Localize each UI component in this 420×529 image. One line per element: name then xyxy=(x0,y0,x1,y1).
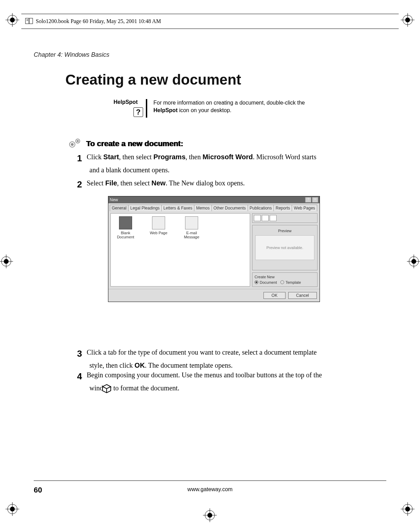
helpspot-description: For more information on creating a docum… xyxy=(153,99,312,114)
book-icon xyxy=(25,17,34,26)
svg-point-35 xyxy=(77,140,78,142)
end-of-procedure-icon xyxy=(102,384,111,395)
dialog-titlebar: New ? × xyxy=(108,196,320,203)
step-number: 1 xyxy=(77,152,87,165)
bold-term: OK xyxy=(134,361,145,369)
text: . The New dialog box opens. xyxy=(165,179,245,187)
chapter-label: Chapter 4: Windows Basics xyxy=(34,51,109,58)
text: , then select xyxy=(117,179,151,187)
step-1: 1Click Start, then select Programs, then… xyxy=(89,152,323,175)
text: Select xyxy=(87,179,105,187)
bold-term: Start xyxy=(103,153,119,161)
template-item[interactable]: Web Page xyxy=(148,216,169,283)
tab-reports[interactable]: Reports xyxy=(273,205,292,211)
bold-term: Microsoft Word xyxy=(203,153,253,161)
gears-icon xyxy=(67,136,82,151)
template-icon xyxy=(185,216,198,229)
step-text: Click a tab for the type of document you… xyxy=(87,348,317,369)
text: , then xyxy=(185,153,202,161)
template-label: Blank Document xyxy=(115,231,136,239)
template-item[interactable]: E-mail Message xyxy=(181,216,202,283)
template-icon xyxy=(119,216,132,229)
preview-label: Preview xyxy=(278,229,291,233)
tab-legal-pleadings[interactable]: Legal Pleadings xyxy=(128,205,162,211)
details-icon[interactable] xyxy=(270,215,277,221)
page-heading: Creating a new document xyxy=(65,72,241,88)
helpspot-block: HelpSpot ? For more information on creat… xyxy=(114,99,312,118)
list-icon[interactable] xyxy=(262,215,269,221)
bold-term: New xyxy=(151,179,165,187)
footer-url: www.gateway.com xyxy=(0,486,420,493)
step-2: 2Select File, then select New. The New d… xyxy=(89,178,323,191)
view-buttons-panel xyxy=(252,213,317,223)
template-icon xyxy=(152,216,165,229)
procedure-heading: To create a new document: xyxy=(86,139,183,148)
text: . The document template opens. xyxy=(145,361,233,369)
create-new-label: Create New xyxy=(255,275,315,279)
large-icons-icon[interactable] xyxy=(254,215,261,221)
step-text: Begin composing your document. Use the m… xyxy=(87,371,322,392)
preview-text: Preview not available. xyxy=(255,235,314,260)
tab-publications[interactable]: Publications xyxy=(248,205,274,211)
template-item[interactable]: Blank Document xyxy=(115,216,136,283)
svg-point-33 xyxy=(71,143,73,145)
tab-other-documents[interactable]: Other Documents xyxy=(212,205,248,211)
text: Click xyxy=(87,153,103,161)
regmark-icon xyxy=(401,502,414,516)
radio-document[interactable]: Document xyxy=(255,280,277,284)
regmark-icon xyxy=(203,508,217,522)
regmark-icon xyxy=(6,502,19,516)
new-dialog: New ? × GeneralLegal PleadingsLetters & … xyxy=(108,196,320,302)
step-number: 4 xyxy=(77,370,87,383)
helpspot-label: HelpSpot xyxy=(114,99,144,105)
regmark-icon xyxy=(401,13,414,27)
tab-general[interactable]: General xyxy=(110,205,129,211)
bold-term: Programs xyxy=(153,153,185,161)
tab-web-pages[interactable]: Web Pages xyxy=(292,205,317,211)
text: icon on your desktop. xyxy=(177,107,231,113)
ok-button[interactable]: OK xyxy=(263,292,285,299)
step-3: 3Click a tab for the type of document yo… xyxy=(89,347,323,370)
create-new-panel: Create New DocumentTemplate xyxy=(252,272,317,287)
regmark-icon xyxy=(0,255,13,268)
text-bold: HelpSpot xyxy=(153,107,177,113)
tab-letters-faxes[interactable]: Letters & Faxes xyxy=(161,205,194,211)
text: For more information on creating a docum… xyxy=(153,100,305,106)
templates-pane: Blank DocumentWeb PageE-mail Message xyxy=(110,213,250,287)
dialog-tabs: GeneralLegal PleadingsLetters & FaxesMem… xyxy=(108,203,320,211)
cancel-button[interactable]: Cancel xyxy=(288,292,317,299)
step-4: 4Begin composing your document. Use the … xyxy=(89,370,323,393)
close-icon[interactable]: × xyxy=(312,197,318,203)
preview-panel: Preview Preview not available. xyxy=(252,225,317,270)
question-icon: ? xyxy=(133,107,143,117)
step-number: 2 xyxy=(77,178,87,191)
regmark-icon xyxy=(407,255,420,268)
text: Begin composing your document. Use the m… xyxy=(87,371,322,392)
regmark-icon xyxy=(6,13,19,27)
dialog-title: New xyxy=(110,197,118,202)
template-label: Web Page xyxy=(150,231,167,235)
svg-rect-28 xyxy=(25,18,29,24)
step-text: Select File, then select New. The New di… xyxy=(87,179,245,187)
footer-rule xyxy=(34,481,386,481)
text: , then select xyxy=(119,153,153,161)
svg-rect-29 xyxy=(29,18,33,24)
help-icon[interactable]: ? xyxy=(305,197,311,203)
tab-memos[interactable]: Memos xyxy=(194,205,212,211)
radio-template[interactable]: Template xyxy=(280,280,301,284)
divider xyxy=(146,99,147,118)
step-number: 3 xyxy=(77,347,87,360)
step-text: Click Start, then select Programs, then … xyxy=(87,153,316,174)
bold-term: File xyxy=(105,179,117,187)
template-label: E-mail Message xyxy=(181,231,202,239)
header-text: Solo1200.book Page 60 Friday, May 25, 20… xyxy=(36,18,161,24)
print-header: Solo1200.book Page 60 Friday, May 25, 20… xyxy=(21,14,399,29)
